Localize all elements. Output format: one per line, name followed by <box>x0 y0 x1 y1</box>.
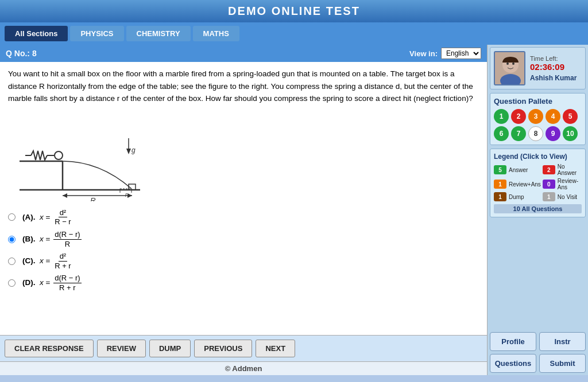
tab-chemistry[interactable]: CHEMISTRY <box>126 26 191 41</box>
legend-no-answer-label: No Answer <box>558 163 582 176</box>
option-a-row: (A). x = d² R − r <box>8 208 479 227</box>
option-a-fraction: d² R − r <box>53 208 72 227</box>
dump-button[interactable]: DUMP <box>149 340 191 357</box>
question-text: You want to hit a small box on the floor… <box>8 68 479 105</box>
time-value: 02:36:09 <box>530 62 577 72</box>
legend-title: Legend (Click to View) <box>494 153 582 161</box>
palette-num-6[interactable]: 6 <box>494 126 509 141</box>
action-bar: CLEAR RESPONSE REVIEW DUMP PREVIOUS NEXT <box>0 335 487 361</box>
palette-num-5[interactable]: 5 <box>563 109 578 124</box>
palette-num-9[interactable]: 9 <box>546 126 560 141</box>
right-buttons: Profile Instr Questions Submit <box>490 332 586 373</box>
main-layout: Q No.: 8 View in: English Hindi You want… <box>0 45 588 375</box>
user-name: Ashish Kumar <box>530 74 577 82</box>
avatar <box>494 51 525 85</box>
legend-dump-label: Dump <box>509 194 524 200</box>
svg-point-22 <box>512 63 514 65</box>
legend-review-no-ans-dot: 0 <box>543 180 555 189</box>
question-content: You want to hit a small box on the floor… <box>0 62 487 335</box>
option-d-label: (D). x = d(R − r) R + r <box>22 274 83 292</box>
profile-button[interactable]: Profile <box>490 332 536 351</box>
palette-num-4[interactable]: 4 <box>546 109 560 124</box>
questions-button[interactable]: Questions <box>490 354 536 373</box>
option-b-radio[interactable] <box>8 236 16 243</box>
legend-review-no-ans: 0 Review-Ans <box>543 178 582 190</box>
palette-num-1[interactable]: 1 <box>494 109 509 124</box>
palette-num-2[interactable]: 2 <box>511 109 526 124</box>
legend-all: 10 All Questions <box>494 204 582 213</box>
options-list: (A). x = d² R − r (B). x = d(R − r) <box>8 208 479 293</box>
svg-text:r: r <box>125 192 127 198</box>
legend-grid: 5 Answer 2 No Answer 1 Review+Ans 0 Revi… <box>494 163 582 213</box>
palette-num-3[interactable]: 3 <box>528 109 543 124</box>
option-c-row: (C). x = d² R + r <box>8 252 479 270</box>
legend-no-answer: 2 No Answer <box>543 163 582 176</box>
svg-marker-8 <box>126 149 131 154</box>
tab-maths[interactable]: MATHS <box>193 26 239 41</box>
legend-review-ans-label: Review+Ans <box>509 181 541 188</box>
instr-button[interactable]: Instr <box>539 332 586 351</box>
legend-dump-dot: 1 <box>494 192 506 201</box>
review-button[interactable]: REVIEW <box>97 340 146 357</box>
language-select[interactable]: English Hindi <box>441 48 481 59</box>
view-in-label: View in: <box>409 49 438 58</box>
legend-no-visit: 1 No Visit <box>543 192 582 201</box>
question-palette: Question Pallete 1 2 3 4 5 6 7 8 9 10 <box>490 93 586 145</box>
legend-review-no-ans-label: Review-Ans <box>558 178 582 190</box>
previous-button[interactable]: PREVIOUS <box>194 340 252 357</box>
tabs-bar: All Sections PHYSICS CHEMISTRY MATHS <box>0 22 588 45</box>
legend-answer-dot: 5 <box>494 165 506 174</box>
page-footer: © Addmen <box>0 361 487 375</box>
clear-response-button[interactable]: CLEAR RESPONSE <box>5 340 94 357</box>
legend-box[interactable]: Legend (Click to View) 5 Answer 2 No Ans… <box>490 149 586 217</box>
legend-answer-label: Answer <box>509 167 528 173</box>
svg-marker-12 <box>127 193 132 198</box>
option-c-radio[interactable] <box>8 258 16 265</box>
option-d-radio[interactable] <box>8 279 16 287</box>
left-panel: Q No.: 8 View in: English Hindi You want… <box>0 45 488 375</box>
option-d-fraction: d(R − r) R + r <box>53 274 81 292</box>
palette-num-8[interactable]: 8 <box>528 126 543 141</box>
submit-button[interactable]: Submit <box>539 354 586 373</box>
palette-grid: 1 2 3 4 5 6 7 8 9 10 <box>494 109 582 141</box>
option-b-row: (B). x = d(R − r) R <box>8 230 479 248</box>
time-label: Time Left: <box>530 55 577 62</box>
legend-review-ans: 1 Review+Ans <box>494 178 541 190</box>
right-panel: Time Left: 02:36:09 Ashish Kumar Questio… <box>488 45 588 375</box>
option-d-row: (D). x = d(R − r) R + r <box>8 274 479 292</box>
option-a-radio[interactable] <box>8 213 16 221</box>
right-btn-row-2: Questions Submit <box>490 354 586 373</box>
palette-num-7[interactable]: 7 <box>511 126 526 141</box>
legend-dump: 1 Dump <box>494 192 541 201</box>
svg-text:g: g <box>131 146 136 154</box>
next-button[interactable]: NEXT <box>256 340 295 357</box>
option-b-label: (B). x = d(R − r) R <box>22 230 83 248</box>
footer-text: © Addmen <box>225 364 262 373</box>
palette-title: Question Pallete <box>494 97 582 106</box>
tab-all-sections[interactable]: All Sections <box>5 26 68 41</box>
option-c-fraction: d² R + r <box>53 252 72 270</box>
right-btn-row-1: Profile Instr <box>490 332 586 351</box>
question-header-bar: Q No.: 8 View in: English Hindi <box>0 45 487 62</box>
option-a-label: (A). x = d² R − r <box>22 208 74 227</box>
question-number: Q No.: 8 <box>6 49 37 58</box>
option-b-fraction: d(R − r) R <box>53 230 81 248</box>
profile-info: Time Left: 02:36:09 Ashish Kumar <box>530 55 577 82</box>
legend-no-visit-label: No Visit <box>558 194 577 200</box>
legend-answer: 5 Answer <box>494 163 541 176</box>
tab-physics[interactable]: PHYSICS <box>70 26 123 41</box>
svg-point-2 <box>55 151 63 159</box>
legend-no-visit-dot: 1 <box>543 192 555 201</box>
palette-num-10[interactable]: 10 <box>563 126 578 141</box>
header-title: DEMO ONLINE TEST <box>228 5 360 17</box>
legend-no-answer-dot: 2 <box>543 165 555 174</box>
svg-point-21 <box>506 63 509 65</box>
legend-review-ans-dot: 1 <box>494 180 506 189</box>
svg-text:R: R <box>90 196 95 201</box>
profile-area: Time Left: 02:36:09 Ashish Kumar <box>490 47 586 89</box>
page-header: DEMO ONLINE TEST <box>0 0 588 22</box>
figure-svg: g R r <box>20 110 152 201</box>
option-c-label: (C). x = d² R + r <box>22 252 74 270</box>
view-in-container: View in: English Hindi <box>409 48 481 59</box>
svg-marker-11 <box>63 193 67 198</box>
